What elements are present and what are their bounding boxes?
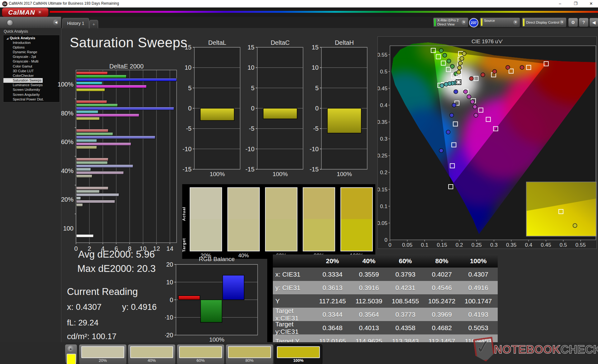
gear-icon[interactable]: ⚙ [568, 18, 578, 27]
patch-button-40%[interactable]: 40% [128, 344, 176, 364]
svg-text:100%: 100% [58, 81, 74, 88]
tab-history-1[interactable]: History 1 [62, 18, 89, 28]
target-label: Target [182, 221, 186, 252]
patch-color [179, 346, 222, 358]
meter-dropdown[interactable]: X-Rite i1Pro 2 Direct View ▼ [433, 17, 468, 27]
deltal-chart: 151050-5-10-15100% [180, 44, 241, 178]
tab-row: ◀ History 1 + X-Rite i1Pro 2 Direct View… [0, 17, 598, 28]
row-label: y: CIE31 [273, 284, 314, 292]
sidebar-item-3d-cube-lut[interactable]: 3D Cube LUT [3, 68, 59, 73]
sidebar-item-luminance-sweeps[interactable]: Luminance Sweeps [3, 83, 59, 87]
sidebar-collapse-icon[interactable]: ◀ [53, 19, 59, 26]
max-de2000: Max dE2000: 20.3 [70, 263, 163, 274]
source-label: Source [484, 19, 495, 23]
table-header-20%: 20% [314, 257, 351, 265]
add-tab-button[interactable]: + [89, 20, 98, 28]
svg-text:0: 0 [251, 105, 254, 112]
current-fl: fL: 29.24 [67, 318, 98, 328]
sidebar-pin-button[interactable] [7, 20, 13, 26]
patch-button-80%[interactable]: 80% [225, 344, 273, 364]
sidebar-item-screen-angularity[interactable]: Screen Angularity [3, 92, 59, 97]
measured-marker-green [439, 49, 443, 53]
table-cell: 0.4307 [460, 271, 496, 278]
svg-text:-15: -15 [183, 166, 192, 173]
svg-text:0.2: 0.2 [456, 242, 463, 248]
sidebar-item-colorchecker[interactable]: ColorChecker [3, 73, 59, 78]
measured-marker-yellow [458, 66, 462, 70]
patch-button-100%[interactable]: 100% [274, 344, 322, 364]
svg-text:15: 15 [248, 44, 254, 51]
cie1976-chart: 00.050.050.10.10.150.150.20.20.250.250.3… [378, 37, 596, 249]
table-row: Y117.2145112.5039108.5455105.2472100.174… [267, 294, 498, 308]
sidebar-item-grayscale-2pt[interactable]: Grayscale - 2pt [3, 54, 59, 59]
svg-text:100: 100 [63, 225, 74, 232]
svg-text:0.15: 0.15 [437, 242, 447, 248]
measured-marker-yellow [457, 70, 461, 74]
sidebar-item-introduction[interactable]: Introduction [3, 40, 59, 45]
svg-text:0.25: 0.25 [378, 153, 387, 159]
table-cell: 108.5455 [387, 297, 424, 305]
table-cell: 0.3613 [314, 284, 351, 292]
table-cell: 0.4027 [424, 271, 460, 278]
svg-text:40%: 40% [61, 167, 74, 174]
sidebar-item-color-gamut[interactable]: Color Gamut [3, 64, 59, 68]
calman-menu-button[interactable]: CalMAN ▼ [2, 8, 49, 17]
cie-diagram-panel: CIE 1976 u'v' 00.050.050.10.10.150.150.2… [377, 36, 597, 249]
page-title: Saturation Sweeps [70, 35, 187, 50]
table-cell: 0.3773 [387, 311, 424, 318]
table-cell: 0.3916 [351, 284, 387, 292]
measured-marker-magenta [473, 105, 477, 109]
measured-marker-magenta [467, 95, 471, 99]
app-icon: CM [2, 1, 7, 7]
help-icon[interactable]: ? [579, 18, 589, 27]
meter-count-badge[interactable]: 237 [469, 18, 478, 27]
sidebar-item-grayscale-multi[interactable]: Grayscale - Multi [3, 59, 59, 64]
table-cell: 0.4193 [460, 311, 496, 318]
table-cell: 112.5039 [351, 297, 387, 305]
table-cell: 0.4013 [351, 324, 387, 332]
table-cell: 0.3344 [314, 311, 351, 318]
meter-mode: Direct View [437, 22, 458, 26]
chevron-down-icon: ▼ [38, 10, 42, 15]
close-button[interactable]: ✕ [586, 0, 596, 7]
sidebar-item-options[interactable]: Options [3, 45, 59, 49]
svg-text:-5: -5 [186, 125, 192, 132]
sidebar-item-saturation-sweeps[interactable]: Saturation Sweeps [3, 78, 43, 83]
window-titlebar: CM CalMAN 2017 CalMAN Ultimate for Busin… [0, 0, 598, 7]
patch-expander-button[interactable]: ▲ [65, 344, 77, 363]
minimize-button[interactable]: – [555, 0, 565, 7]
patch-button-60%[interactable]: 60% [177, 344, 225, 364]
svg-text:0.35: 0.35 [378, 119, 387, 125]
row-label: Target x:CIE31 [273, 307, 314, 322]
current-y: y: 0.4916 [122, 302, 157, 312]
svg-text:5: 5 [315, 85, 319, 91]
measured-marker-red [493, 69, 497, 73]
patch-button-20%[interactable]: 20% [79, 344, 127, 364]
collapse-panel-icon[interactable]: ◀ [589, 18, 598, 27]
measured-marker-red [481, 73, 485, 77]
sidebar-item-dynamic-range[interactable]: Dynamic Range [3, 49, 59, 54]
measured-marker-green [443, 53, 447, 57]
measured-marker-yellow [458, 61, 462, 65]
display-control-dropdown[interactable]: Direct Display Control ▼ [522, 17, 567, 27]
tree-root-quick-analysis[interactable]: ◢Quick Analysis [3, 35, 59, 40]
svg-text:100%: 100% [210, 171, 225, 177]
bottom-bar: ▲ 20%40%60%80%100% « Back Next » [0, 342, 598, 364]
svg-text:-5: -5 [249, 125, 254, 132]
sidebar-item-screen-uniformity[interactable]: Screen Uniformity [3, 87, 59, 92]
measured-marker-magenta [474, 113, 478, 117]
table-header-40%: 40% [351, 257, 387, 265]
chevron-down-icon: ▼ [513, 20, 518, 25]
current-x: x: 0.4307 [67, 302, 102, 312]
measured-marker-blue [446, 130, 450, 134]
source-dropdown[interactable]: Source ▼ [480, 17, 520, 27]
svg-text:0.1: 0.1 [421, 242, 428, 248]
measured-marker-magenta [463, 90, 467, 94]
sidebar-item-spectral-power-dist-[interactable]: Spectral Power Dist. [3, 97, 59, 101]
svg-text:0.3: 0.3 [490, 242, 498, 248]
svg-text:10: 10 [185, 64, 192, 71]
calman-window: CM CalMAN 2017 CalMAN Ultimate for Busin… [0, 0, 598, 364]
window-title: CalMAN 2017 CalMAN Ultimate for Business… [9, 1, 119, 6]
restore-button[interactable]: ❐ [570, 0, 581, 7]
svg-text:0.5: 0.5 [560, 242, 567, 248]
